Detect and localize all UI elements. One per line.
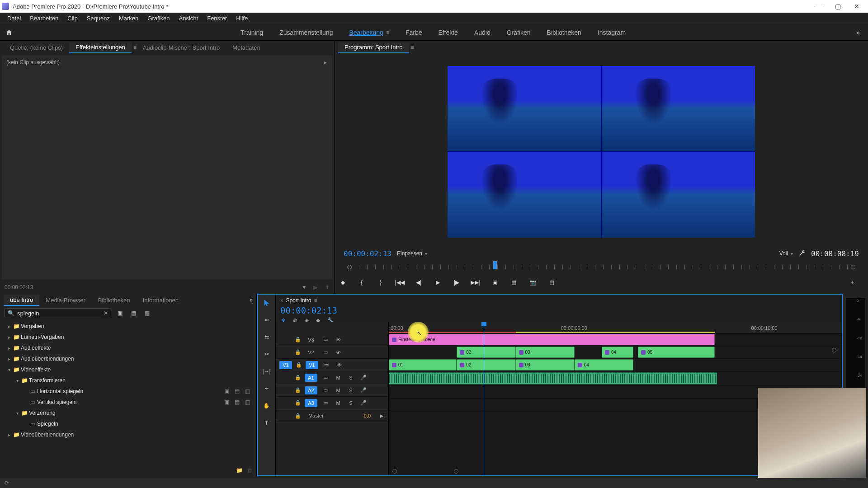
yuv-filter-icon[interactable]: ▥: [142, 310, 152, 316]
go-to-in-button[interactable]: |◀◀: [394, 277, 405, 288]
workspace-menu-icon[interactable]: ≡: [386, 29, 389, 36]
workspace-farbe[interactable]: Farbe: [406, 29, 422, 36]
track-header-master[interactable]: 🔒Master0,0▶|: [276, 409, 388, 422]
menu-ansicht[interactable]: Ansicht: [174, 15, 203, 22]
workspace-bibliotheken[interactable]: Bibliotheken: [547, 29, 581, 36]
home-button[interactable]: [0, 29, 18, 36]
program-monitor[interactable]: [337, 56, 865, 247]
workspace-overflow-button[interactable]: »: [848, 29, 868, 36]
export-frame-button[interactable]: 📷: [527, 277, 538, 288]
tree-folder-audioueberblendungen[interactable]: ▸📁Audioüberblendungen: [2, 353, 255, 364]
tab-project[interactable]: ube Intro: [4, 295, 39, 306]
clip-v1-02[interactable]: 02: [457, 359, 515, 371]
lift-button[interactable]: ▣: [489, 277, 500, 288]
clip-v1-04[interactable]: 04: [575, 359, 633, 371]
workspace-audio[interactable]: Audio: [474, 29, 491, 36]
timeline-ruler[interactable]: :00:00 00:00:05:00 00:00:10:00: [389, 322, 842, 333]
32bit-filter-icon[interactable]: ▤: [128, 310, 138, 316]
track-header-a1[interactable]: 🔒A1▭MS🎤: [276, 371, 388, 384]
track-header-v3[interactable]: 🔒V3▭👁: [276, 333, 388, 346]
workspace-zusammenstellung[interactable]: Zusammenstellung: [279, 29, 333, 36]
tab-informationen[interactable]: Informationen: [137, 295, 185, 305]
close-sequence-button[interactable]: ×: [280, 298, 283, 303]
selection-tool[interactable]: [261, 297, 272, 308]
timeline-timecode[interactable]: 00:00:02:13: [280, 305, 837, 315]
go-to-out-button[interactable]: ▶▶|: [470, 277, 481, 288]
tab-audioclip-mischer[interactable]: Audioclip-Mischer: Sport Intro: [137, 42, 226, 53]
scrub-playhead[interactable]: [493, 261, 497, 269]
maximize-button[interactable]: ▢: [828, 3, 847, 10]
tree-folder-transformieren[interactable]: ▾📁Transformieren: [2, 375, 255, 386]
program-timecode[interactable]: 00:00:02:13: [344, 249, 392, 258]
clip-adjustment-layer[interactable]: Einstellungsebene: [389, 334, 715, 345]
tree-folder-lumetri[interactable]: ▸📁Lumetri-Vorgaben: [2, 332, 255, 343]
tab-effekteinstellungen[interactable]: Effekteinstellungen: [69, 42, 132, 53]
accelerated-filter-icon[interactable]: ▣: [115, 310, 125, 316]
menu-datei[interactable]: Datei: [3, 15, 25, 22]
new-bin-button[interactable]: 📁: [236, 467, 243, 474]
tab-programm[interactable]: Programm: Sport Intro: [338, 42, 409, 53]
play-icon[interactable]: ▶|: [313, 284, 319, 291]
step-back-button[interactable]: ◀|: [413, 277, 424, 288]
workspace-training[interactable]: Training: [241, 29, 263, 36]
clip-v1-01[interactable]: 01: [389, 359, 457, 371]
type-tool[interactable]: T: [261, 418, 272, 428]
clip-v1-03[interactable]: 03: [516, 359, 575, 371]
effects-search-input[interactable]: [17, 310, 104, 317]
tree-folder-verzerrung[interactable]: ▾📁Verzerrung: [2, 408, 255, 418]
scrub-end-icon[interactable]: [851, 265, 855, 269]
menu-bearbeiten[interactable]: Bearbeiten: [25, 15, 63, 22]
workspace-grafiken[interactable]: Grafiken: [507, 29, 531, 36]
sequence-menu-icon[interactable]: ≡: [314, 297, 317, 304]
clip-v2-05[interactable]: 05: [638, 347, 715, 358]
track-header-v2[interactable]: 🔒V2▭👁: [276, 346, 388, 359]
step-forward-button[interactable]: |▶: [451, 277, 462, 288]
track-header-v1[interactable]: V1🔒V1▭👁: [276, 359, 388, 371]
quality-dropdown[interactable]: Voll▾: [779, 250, 793, 257]
minimize-button[interactable]: —: [809, 3, 828, 10]
tree-fx-vertikal-spiegeln[interactable]: ▭Vertikal spiegeln▣▤▥: [2, 397, 255, 408]
workspace-effekte[interactable]: Effekte: [439, 29, 458, 36]
add-marker-button[interactable]: ◆: [337, 277, 348, 288]
mark-out-button[interactable]: }: [375, 277, 386, 288]
workspace-bearbeitung[interactable]: Bearbeitung: [349, 29, 383, 36]
menu-hilfe[interactable]: Hilfe: [231, 15, 252, 22]
wrench-icon[interactable]: [798, 249, 806, 258]
track-header-a3[interactable]: 🔒A3▭MS🎤: [276, 397, 388, 409]
track-select-tool[interactable]: ⇹: [261, 314, 272, 325]
delete-button[interactable]: 🗑: [247, 467, 253, 474]
menu-marken[interactable]: Marken: [114, 15, 143, 22]
tab-bibliotheken[interactable]: Bibliotheken: [92, 295, 137, 305]
menu-sequenz[interactable]: Sequenz: [82, 15, 114, 22]
menu-grafiken[interactable]: Grafiken: [143, 15, 174, 22]
program-scrubber[interactable]: [344, 260, 858, 274]
play-button[interactable]: ▶: [432, 277, 443, 288]
clip-v2-02[interactable]: 02: [457, 347, 515, 358]
clip-v2-03[interactable]: 03: [516, 347, 575, 358]
mark-in-button[interactable]: {: [356, 277, 367, 288]
tree-fx-spiegeln[interactable]: ▭Spiegeln: [2, 418, 255, 429]
tab-metadaten[interactable]: Metadaten: [226, 42, 266, 53]
tabs-overflow-button[interactable]: »: [250, 297, 253, 303]
close-button[interactable]: ✕: [847, 3, 866, 10]
filter-icon[interactable]: ▼: [302, 284, 307, 291]
menu-clip[interactable]: Clip: [63, 15, 82, 22]
sequence-tab[interactable]: × Sport Intro ≡: [280, 297, 837, 304]
tree-folder-audioeffekte[interactable]: ▸📁Audioeffekte: [2, 343, 255, 353]
track-header-a2[interactable]: 🔒A2▭MS🎤: [276, 384, 388, 397]
tree-folder-videoueberblendungen[interactable]: ▸📁Videoüberblendungen: [2, 429, 255, 440]
menu-fenster[interactable]: Fenster: [203, 15, 231, 22]
tab-source[interactable]: Quelle: (keine Clips): [4, 42, 69, 53]
sync-icon[interactable]: ⟳: [5, 480, 9, 486]
panel-menu-icon[interactable]: ≡: [133, 44, 137, 51]
workspace-instagram[interactable]: Instagram: [598, 29, 626, 36]
fit-dropdown[interactable]: Einpassen▾: [397, 250, 427, 257]
hand-tool[interactable]: ✋: [261, 400, 272, 411]
tree-folder-vorgaben[interactable]: ▸📁Vorgaben: [2, 321, 255, 332]
scrub-start-icon[interactable]: [347, 265, 352, 269]
slip-tool[interactable]: |↔|: [261, 366, 272, 377]
tree-folder-videoeffekte[interactable]: ▾📁Videoeffekte: [2, 364, 255, 375]
ripple-edit-tool[interactable]: ⇆: [261, 332, 272, 343]
comparison-view-button[interactable]: ▤: [546, 277, 557, 288]
button-editor-button[interactable]: +: [847, 277, 858, 288]
